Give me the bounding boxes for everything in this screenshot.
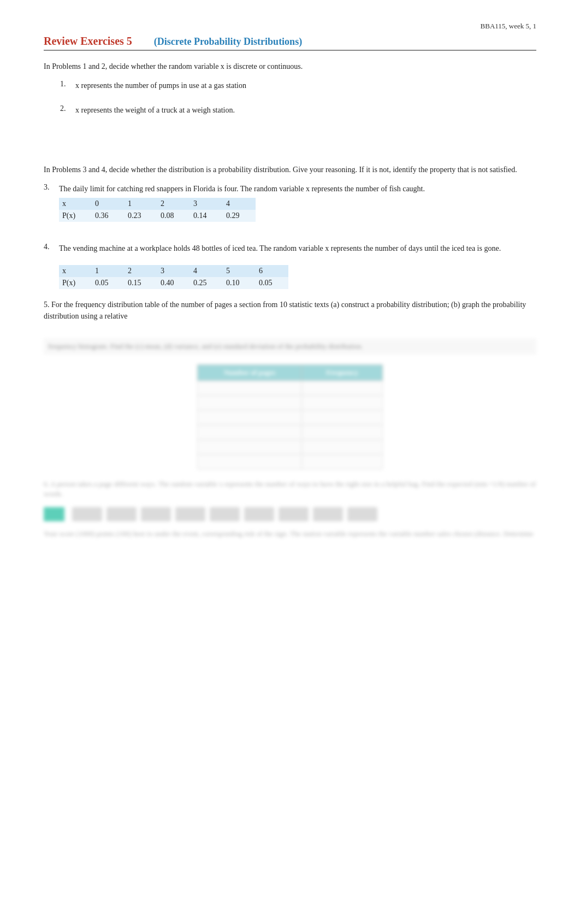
blurred-table-header-row: Number of pages Frequency — [198, 365, 383, 381]
table-4-values-row: P(x) 0.05 0.15 0.40 0.25 0.10 0.05 — [59, 277, 288, 289]
problem-2-text: x represents the weight of a truck at a … — [75, 104, 235, 116]
header-ref: BBA115, week 5, 1 — [44, 22, 536, 31]
problem-3-table: x 0 1 2 3 4 P(x) 0.36 0.23 0.08 0.14 0.2… — [59, 198, 256, 222]
problem-2: 2. x represents the weight of a truck at… — [60, 104, 536, 119]
blurred-img-2 — [106, 507, 137, 521]
table-3-h0: x — [59, 198, 92, 210]
table-3-v5: 0.29 — [223, 210, 256, 222]
blurred-row-2: ​​ — [198, 396, 383, 410]
blurred-img-1 — [72, 507, 102, 521]
table-4-v3: 0.40 — [157, 277, 190, 289]
table-4-h6: 6 — [256, 265, 288, 277]
blurred-img-9 — [347, 507, 377, 521]
title-sub: (Discrete Probability Distributions) — [154, 36, 302, 48]
table-4-v4: 0.25 — [190, 277, 223, 289]
blurred-table-header-1: Number of pages — [198, 365, 302, 381]
blurred-text-1: frequency histogram. Find the (c) mean, … — [44, 338, 536, 355]
problem-3-text: The daily limit for catching red snapper… — [59, 183, 536, 195]
intro-text-1: In Problems 1 and 2, decide whether the … — [44, 61, 536, 72]
problem-3-num: 3. — [44, 183, 59, 192]
problem-4: 4. The vending machine at a workplace ho… — [44, 243, 536, 289]
table-4-h5: 5 — [223, 265, 256, 277]
table-4-h2: 2 — [125, 265, 157, 277]
blurred-row-6: ​​ — [198, 455, 383, 469]
table-4-h1: 1 — [92, 265, 125, 277]
table-4-v5: 0.10 — [223, 277, 256, 289]
blurred-last-text: Your score (1000) points (100) here to u… — [44, 529, 536, 539]
blurred-section: frequency histogram. Find the (c) mean, … — [44, 338, 536, 539]
blurred-img-7 — [279, 507, 309, 521]
table-3-h4: 3 — [190, 198, 223, 210]
table-3-v1: 0.36 — [92, 210, 125, 222]
table-4-h3: 3 — [157, 265, 190, 277]
blurred-table-container: Number of pages Frequency ​​ ​​ ​​ ​​ ​​… — [44, 364, 536, 469]
problem-5-text: 5. For the frequency distribution table … — [44, 299, 536, 322]
table-4-header-row: x 1 2 3 4 5 6 — [59, 265, 288, 277]
blurred-img-6 — [244, 507, 274, 521]
table-3-h5: 4 — [223, 198, 256, 210]
page: BBA115, week 5, 1 Review Exercises 5 (Di… — [0, 0, 580, 561]
blurred-table-header-2: Frequency — [302, 365, 383, 381]
blurred-row-5: ​​ — [198, 440, 383, 455]
problem-4-body: The vending machine at a workplace holds… — [59, 243, 536, 289]
intro-text-2: In Problems 3 and 4, decide whether the … — [44, 164, 536, 175]
blurred-image-row — [44, 507, 536, 521]
problem-2-num: 2. — [60, 104, 75, 113]
blurred-row-3: ​​ — [198, 410, 383, 425]
problem-3: 3. The daily limit for catching red snap… — [44, 183, 536, 222]
teal-block — [44, 507, 64, 521]
table-3-v0: P(x) — [59, 210, 92, 222]
title-main: Review Exercises 5 — [44, 35, 132, 48]
blurred-img-8 — [313, 507, 343, 521]
problem-1-text: x represents the number of pumps in use … — [75, 80, 246, 91]
problem-4-num: 4. — [44, 243, 59, 251]
table-3-h1: 0 — [92, 198, 125, 210]
blurred-problem-6: 6. A person takes a page different ways.… — [44, 479, 536, 499]
table-3-v3: 0.08 — [157, 210, 190, 222]
table-4-h4: 4 — [190, 265, 223, 277]
table-4-h0: x — [59, 265, 92, 277]
table-3-v2: 0.23 — [125, 210, 157, 222]
table-4-v2: 0.15 — [125, 277, 157, 289]
table-4-v6: 0.05 — [256, 277, 288, 289]
table-3-h2: 1 — [125, 198, 157, 210]
problem-4-table: x 1 2 3 4 5 6 P(x) 0.05 0.15 0.40 0.25 0… — [59, 265, 288, 289]
blurred-img-3 — [141, 507, 171, 521]
problem-1-num: 1. — [60, 80, 75, 89]
table-3-v4: 0.14 — [190, 210, 223, 222]
blurred-row-4: ​​ — [198, 425, 383, 440]
problem-4-text: The vending machine at a workplace holds… — [59, 243, 536, 254]
table-4-v0: P(x) — [59, 277, 92, 289]
problems-1-2: 1. x represents the number of pumps in u… — [60, 80, 536, 119]
problem-1: 1. x represents the number of pumps in u… — [60, 80, 536, 95]
table-3-header-row: x 0 1 2 3 4 — [59, 198, 256, 210]
blurred-row-1: ​​ — [198, 381, 383, 396]
blurred-table: Number of pages Frequency ​​ ​​ ​​ ​​ ​​… — [197, 364, 383, 469]
blurred-img-5 — [210, 507, 240, 521]
blurred-problem-6-text: 6. A person takes a page different ways.… — [44, 479, 536, 499]
table-3-values-row: P(x) 0.36 0.23 0.08 0.14 0.29 — [59, 210, 256, 222]
problem-3-body: The daily limit for catching red snapper… — [59, 183, 536, 222]
blurred-img-4 — [175, 507, 205, 521]
table-3-h3: 2 — [157, 198, 190, 210]
table-4-v1: 0.05 — [92, 277, 125, 289]
title-line: Review Exercises 5 (Discrete Probability… — [44, 35, 536, 51]
